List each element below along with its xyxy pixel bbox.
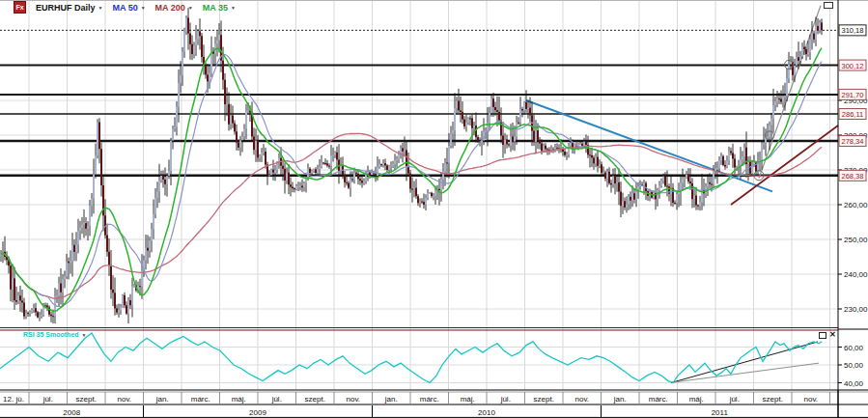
candle-body bbox=[363, 181, 365, 183]
x-axis-month-label: márc. bbox=[191, 395, 210, 404]
indicator-tick-label: 60,00 bbox=[844, 344, 864, 352]
x-axis-month-label: szept. bbox=[305, 395, 325, 404]
x-axis-month-label: júl. bbox=[271, 395, 282, 404]
candle-body bbox=[236, 131, 238, 142]
candle-body bbox=[174, 126, 176, 128]
candle-body bbox=[597, 157, 599, 166]
candle-body bbox=[170, 141, 172, 171]
candle-body bbox=[456, 101, 458, 109]
candle-body bbox=[591, 155, 593, 158]
candle-body bbox=[75, 245, 77, 252]
candle-body bbox=[377, 167, 378, 176]
candle-body bbox=[803, 47, 805, 49]
candle-body bbox=[305, 179, 307, 183]
candle-body bbox=[514, 136, 516, 141]
candle-body bbox=[610, 183, 612, 184]
ma200-selector[interactable]: MA 200 ▼ bbox=[155, 3, 193, 13]
candle-body bbox=[66, 262, 68, 276]
candle-body bbox=[790, 62, 792, 64]
candle-body bbox=[660, 181, 662, 185]
candle-body bbox=[303, 183, 305, 187]
candle-body bbox=[255, 141, 257, 151]
candle-body bbox=[525, 102, 527, 109]
indicator-tick-label: 50,00 bbox=[844, 361, 864, 370]
x-axis-month-label: márc. bbox=[420, 395, 439, 404]
candle-body bbox=[350, 180, 351, 188]
candle-body bbox=[292, 187, 294, 189]
candle-body bbox=[761, 144, 763, 160]
candle-body bbox=[471, 118, 473, 127]
candle-body bbox=[496, 110, 498, 112]
candle-body bbox=[718, 160, 720, 168]
candle-body bbox=[33, 308, 35, 310]
candle-body bbox=[494, 107, 496, 110]
chart-maximize-icon[interactable] bbox=[824, 2, 833, 9]
candle-body bbox=[616, 182, 618, 183]
chevron-down-icon: ▼ bbox=[141, 5, 146, 11]
candle-body bbox=[601, 164, 602, 173]
ma35-selector[interactable]: MA 35 ▼ bbox=[203, 3, 236, 13]
candle-body bbox=[27, 313, 29, 314]
candle-body bbox=[180, 75, 182, 83]
candle-body bbox=[630, 197, 631, 201]
candle-body bbox=[730, 152, 732, 153]
candle-body bbox=[261, 153, 263, 155]
candle-body bbox=[272, 170, 274, 173]
indicator-maximize-icon[interactable] bbox=[819, 332, 826, 339]
candle-body bbox=[628, 197, 630, 205]
candle-body bbox=[147, 248, 149, 251]
candle-body bbox=[195, 40, 197, 45]
candle-body bbox=[643, 183, 645, 185]
candle-body bbox=[463, 120, 465, 126]
candle-body bbox=[637, 186, 639, 189]
candle-body bbox=[666, 186, 668, 187]
candle-body bbox=[695, 195, 697, 205]
candle-body bbox=[263, 152, 265, 153]
candle-body bbox=[477, 137, 479, 141]
candle-body bbox=[778, 98, 780, 99]
candle-body bbox=[440, 180, 442, 190]
x-axis-month-label: júl. bbox=[42, 395, 53, 404]
candle-body bbox=[309, 169, 311, 173]
candle-body bbox=[332, 155, 334, 156]
candle-body bbox=[585, 142, 587, 145]
candle-body bbox=[322, 162, 324, 163]
indicator-selector[interactable]: RSI 35 Smoothed ▼ bbox=[23, 331, 87, 338]
candle-body bbox=[618, 182, 620, 192]
candle-body bbox=[664, 177, 666, 186]
chart-window: 12. jú.júl.szept.nov.jan.márc.máj.júl.sz… bbox=[0, 0, 868, 418]
candle-body bbox=[359, 179, 361, 181]
candle-body bbox=[324, 163, 326, 164]
price-chart-canvas[interactable]: 12. jú.júl.szept.nov.jan.márc.máj.júl.sz… bbox=[0, 0, 868, 418]
candle-body bbox=[614, 176, 616, 183]
candle-body bbox=[294, 188, 295, 189]
candle-body bbox=[504, 140, 506, 145]
x-axis-month-label: 12. jú. bbox=[3, 395, 24, 404]
candle-body bbox=[224, 80, 226, 104]
candle-body bbox=[535, 130, 537, 142]
candle-body bbox=[299, 186, 301, 187]
candle-body bbox=[570, 143, 572, 146]
candle-body bbox=[462, 112, 463, 120]
candle-body bbox=[541, 144, 543, 152]
candle-body bbox=[93, 174, 95, 198]
indicator-close-icon[interactable]: ✕ bbox=[829, 331, 836, 339]
candle-body bbox=[686, 175, 687, 179]
chevron-down-icon: ▼ bbox=[82, 332, 87, 338]
candle-body bbox=[106, 236, 108, 252]
ma50-selector[interactable]: MA 50 ▼ bbox=[112, 3, 145, 13]
candle-body bbox=[301, 186, 303, 188]
candle-body bbox=[682, 179, 684, 183]
candle-body bbox=[124, 295, 126, 305]
candle-body bbox=[817, 26, 819, 31]
candle-body bbox=[162, 176, 164, 180]
candle-body bbox=[151, 229, 153, 240]
candle-body bbox=[321, 162, 322, 166]
candle-body bbox=[767, 137, 769, 138]
candle-body bbox=[209, 73, 210, 82]
x-axis-month-label: jan. bbox=[384, 395, 398, 404]
price-tick-label: 260,00 bbox=[844, 201, 868, 209]
candle-body bbox=[620, 191, 622, 206]
symbol-selector[interactable]: EURHUF Daily ▼ bbox=[36, 3, 102, 13]
candle-body bbox=[537, 130, 539, 140]
